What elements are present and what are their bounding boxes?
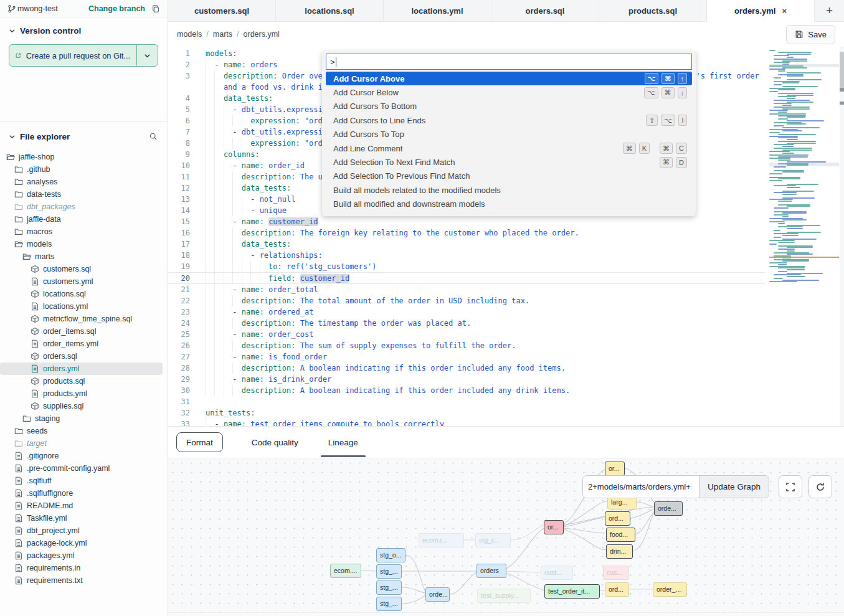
file-tree-item-packages.yml[interactable]: packages.yml xyxy=(0,549,168,562)
tab-products.sql[interactable]: products.sql xyxy=(599,0,707,21)
refresh-button[interactable] xyxy=(808,475,832,498)
copy-branch-icon[interactable] xyxy=(150,3,161,14)
lineage-node-or-12[interactable]: or... xyxy=(605,462,625,476)
file-tree-item-.gitignore[interactable]: .gitignore xyxy=(0,450,168,462)
lineage-node-test_order_it-21[interactable]: test_order_it... xyxy=(544,584,600,599)
minimap[interactable] xyxy=(769,50,839,285)
file-tree-item-README.md[interactable]: README.md xyxy=(0,500,168,512)
version-control-header[interactable]: Version control xyxy=(0,17,168,40)
file-tree-item-requirements.txt[interactable]: requirements.txt xyxy=(0,574,168,587)
file-tree-item-package-lock.yml[interactable]: package-lock.yml xyxy=(0,537,168,549)
command-item-add-cursors-to-line-ends[interactable]: Add Cursors to Line Ends⇧⌥I xyxy=(326,113,692,127)
save-button[interactable]: Save xyxy=(786,25,835,44)
file-tree-item-metricflow_time_spine.sql[interactable]: metricflow_time_spine.sql xyxy=(0,313,168,325)
breadcrumb-marts[interactable]: marts xyxy=(213,30,232,39)
file-tree-item-target[interactable]: target xyxy=(0,437,168,450)
lineage-node-ecomr-7[interactable]: ecom.r... xyxy=(419,533,464,547)
lineage-node-cus-17[interactable]: cus... xyxy=(603,566,629,580)
file-tree-item-locations.sql[interactable]: locations.sql xyxy=(0,288,168,300)
tab-locations.yml[interactable]: locations.yml xyxy=(384,0,491,21)
pr-options-caret[interactable] xyxy=(136,45,158,66)
lineage-node-orders-6[interactable]: orders xyxy=(477,564,506,578)
file-tree-item-jaffle-data[interactable]: jaffle-data xyxy=(0,213,168,225)
file-tree: jaffle-shop.githubanalysesdata-testsdbt_… xyxy=(0,151,168,587)
file-tree-item-order_items.yml[interactable]: order_items.yml xyxy=(0,338,168,350)
command-item-add-cursors-to-bottom[interactable]: Add Cursors To Bottom xyxy=(326,100,692,113)
command-item-add-line-comment[interactable]: Add Line Comment⌘K⌘C xyxy=(326,141,692,155)
command-item-add-selection-to-previous-find-match[interactable]: Add Selection To Previous Find Match xyxy=(326,169,692,183)
lineage-node-orde-20[interactable]: orde... xyxy=(654,501,683,516)
lineage-node-stg_-3[interactable]: stg_... xyxy=(376,580,402,595)
tab-lineage[interactable]: Lineage xyxy=(327,427,359,458)
lineage-node-stg_-2[interactable]: stg_... xyxy=(376,564,402,579)
search-icon[interactable] xyxy=(148,131,159,142)
lineage-node-stg_-4[interactable]: stg_... xyxy=(376,597,402,611)
lineage-node-ord-18[interactable]: ord... xyxy=(605,582,629,597)
update-graph-button[interactable]: Update Graph xyxy=(699,476,769,498)
file-tree-item-data-tests[interactable]: data-tests xyxy=(0,188,168,201)
command-item-add-selection-to-next-find-match[interactable]: Add Selection To Next Find Match⌘D xyxy=(326,155,692,169)
file-tree-item-.sqlfluffignore[interactable]: .sqlfluffignore xyxy=(0,487,168,500)
lineage-node-ord-14[interactable]: ord... xyxy=(605,511,630,526)
file-tree-item-orders.yml[interactable]: orders.yml xyxy=(0,362,163,375)
lineage-selector-input[interactable]: 2+models/marts/orders.yml+ xyxy=(583,476,699,498)
file-tree-item-dbt_packages[interactable]: dbt_packages xyxy=(0,201,168,213)
lineage-node-stg_o-1[interactable]: stg_o... xyxy=(376,548,405,562)
file-tree-item-customers.sql[interactable]: customers.sql xyxy=(0,263,168,275)
file-tree-item-staging[interactable]: staging xyxy=(0,412,168,425)
tab-code-quality[interactable]: Code quality xyxy=(250,427,300,458)
file-tree-item-supplies.sql[interactable]: supplies.sql xyxy=(0,400,168,412)
lineage-node-cust-9[interactable]: cust... xyxy=(541,566,573,580)
breadcrumb-models[interactable]: models xyxy=(177,30,202,39)
command-item-add-cursor-above[interactable]: Add Cursor Above⌥⌘↑ xyxy=(326,72,692,85)
file-tree-item-locations.yml[interactable]: locations.yml xyxy=(0,300,168,313)
file-explorer-header[interactable]: File explorer xyxy=(0,122,168,147)
code-editor[interactable]: 1models:2- name: orders3description: Ord… xyxy=(168,47,844,427)
create-pr-button[interactable]: Create a pull request on Git... xyxy=(9,44,158,67)
command-input[interactable]: > xyxy=(326,54,692,70)
lineage-node-stg_c-8[interactable]: stg_c... xyxy=(475,533,511,547)
lineage-node-orde-5[interactable]: orde... xyxy=(425,587,450,602)
file-tree-item-.sqlfluff[interactable]: .sqlfluff xyxy=(0,475,168,487)
file-tree-item-dbt_project.yml[interactable]: dbt_project.yml xyxy=(0,524,168,537)
tab-locations.sql[interactable]: locations.sql xyxy=(276,0,384,21)
horizontal-scrollbar[interactable] xyxy=(168,612,844,616)
change-branch-link[interactable]: Change branch xyxy=(88,4,145,13)
file-tree-item-products.sql[interactable]: products.sql xyxy=(0,375,168,387)
file-tree-item-.github[interactable]: .github xyxy=(0,163,168,176)
lineage-node-food-15[interactable]: food... xyxy=(606,528,635,542)
file-tree-item-models[interactable]: models xyxy=(0,238,168,250)
breadcrumb-file[interactable]: orders.yml xyxy=(244,30,280,39)
file-label: dbt_packages xyxy=(27,202,75,211)
file-tree-item-.pre-commit-config.yaml[interactable]: .pre-commit-config.yaml xyxy=(0,462,168,475)
command-item-build-all-models-related-to-the-modified-models[interactable]: Build all models related to the modified… xyxy=(326,183,692,197)
file-tree-item-marts[interactable]: marts xyxy=(0,250,168,263)
lineage-node-ecom-0[interactable]: ecom.... xyxy=(330,564,361,578)
lineage-node-or-11[interactable]: or... xyxy=(544,520,564,534)
lineage-node-order_-19[interactable]: order_... xyxy=(653,582,687,597)
file-tree-item-jaffle-shop[interactable]: jaffle-shop xyxy=(0,151,168,163)
fullscreen-button[interactable] xyxy=(779,475,802,498)
lineage-node-drin-16[interactable]: drin... xyxy=(606,544,633,559)
file-tree-item-order_items.sql[interactable]: order_items.sql xyxy=(0,325,168,338)
file-tree-item-products.yml[interactable]: products.yml xyxy=(0,387,168,400)
file-tree-item-orders.sql[interactable]: orders.sql xyxy=(0,350,168,362)
new-tab-button[interactable]: + xyxy=(815,0,844,21)
command-item-add-cursor-below[interactable]: Add Cursor Below⌥⌘↓ xyxy=(326,85,692,99)
tab-customers.sql[interactable]: customers.sql xyxy=(168,0,276,21)
file-tree-item-macros[interactable]: macros xyxy=(0,225,168,238)
tab-orders.yml[interactable]: orders.yml× xyxy=(707,0,815,22)
lineage-canvas[interactable]: ecom....stg_o...stg_...stg_...stg_...ord… xyxy=(168,458,844,612)
close-icon[interactable]: × xyxy=(782,6,787,16)
file-tree-item-requirements.in[interactable]: requirements.in xyxy=(0,562,168,574)
file-tree-item-analyses[interactable]: analyses xyxy=(0,176,168,188)
lineage-node-test_supply-10[interactable]: test_supply... xyxy=(477,589,531,603)
tab-orders.sql[interactable]: orders.sql xyxy=(491,0,599,21)
command-item-build-all-modified-and-downstream-models[interactable]: Build all modified and downstream models xyxy=(326,197,692,211)
editor-scrollbar-thumb[interactable] xyxy=(840,52,844,92)
file-tree-item-customers.yml[interactable]: customers.yml xyxy=(0,275,168,288)
command-item-add-cursors-to-top[interactable]: Add Cursors To Top xyxy=(326,128,692,141)
file-tree-item-seeds[interactable]: seeds xyxy=(0,425,168,437)
file-tree-item-Taskfile.yml[interactable]: Taskfile.yml xyxy=(0,512,168,524)
format-button[interactable]: Format xyxy=(176,432,223,452)
